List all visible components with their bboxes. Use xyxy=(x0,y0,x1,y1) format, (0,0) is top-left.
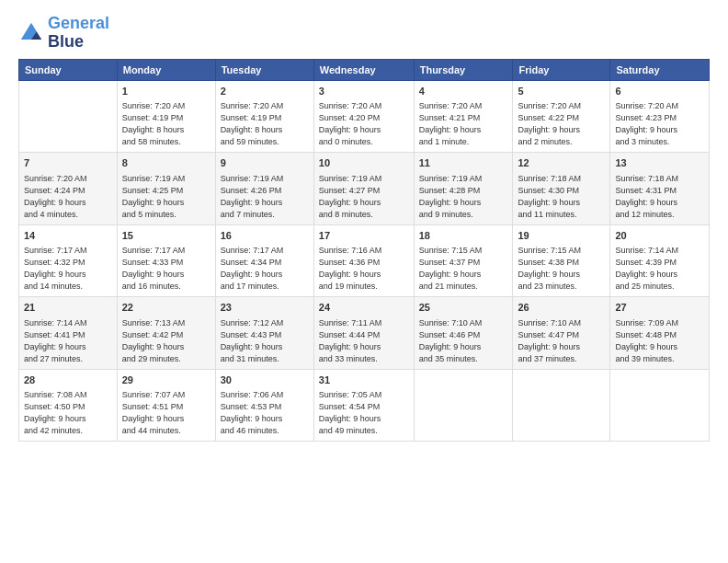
day-info: Sunrise: 7:20 AM Sunset: 4:19 PM Dayligh… xyxy=(122,100,210,148)
day-number: 5 xyxy=(518,85,605,98)
week-row-2: 14Sunrise: 7:17 AM Sunset: 4:32 PM Dayli… xyxy=(19,224,710,297)
day-number: 11 xyxy=(419,156,508,170)
header-friday: Friday xyxy=(513,59,610,80)
header: General Blue xyxy=(18,15,710,52)
day-number: 29 xyxy=(122,373,210,387)
day-info: Sunrise: 7:15 AM Sunset: 4:37 PM Dayligh… xyxy=(419,245,508,293)
day-info: Sunrise: 7:20 AM Sunset: 4:22 PM Dayligh… xyxy=(518,100,605,148)
day-number: 26 xyxy=(518,301,605,315)
day-number: 4 xyxy=(419,85,508,98)
day-info: Sunrise: 7:19 AM Sunset: 4:25 PM Dayligh… xyxy=(122,173,210,221)
calendar-cell: 23Sunrise: 7:12 AM Sunset: 4:43 PM Dayli… xyxy=(215,297,313,370)
calendar-cell xyxy=(414,369,513,442)
week-row-0: 1Sunrise: 7:20 AM Sunset: 4:19 PM Daylig… xyxy=(19,80,710,153)
calendar-cell: 16Sunrise: 7:17 AM Sunset: 4:34 PM Dayli… xyxy=(215,224,313,297)
calendar-cell: 8Sunrise: 7:19 AM Sunset: 4:25 PM Daylig… xyxy=(117,153,215,225)
day-info: Sunrise: 7:20 AM Sunset: 4:20 PM Dayligh… xyxy=(319,100,409,148)
day-number: 22 xyxy=(122,301,210,315)
day-number: 3 xyxy=(319,85,409,98)
calendar-cell: 28Sunrise: 7:08 AM Sunset: 4:50 PM Dayli… xyxy=(19,369,118,442)
day-info: Sunrise: 7:17 AM Sunset: 4:34 PM Dayligh… xyxy=(221,245,309,293)
logo-text: General Blue xyxy=(48,15,109,52)
day-number: 15 xyxy=(122,229,210,243)
day-info: Sunrise: 7:16 AM Sunset: 4:36 PM Dayligh… xyxy=(319,245,409,293)
day-number: 9 xyxy=(221,156,309,170)
calendar-cell: 19Sunrise: 7:15 AM Sunset: 4:38 PM Dayli… xyxy=(513,224,610,297)
day-number: 10 xyxy=(319,156,409,170)
calendar-cell xyxy=(610,369,710,442)
calendar-cell: 21Sunrise: 7:14 AM Sunset: 4:41 PM Dayli… xyxy=(19,297,118,370)
calendar-cell: 4Sunrise: 7:20 AM Sunset: 4:21 PM Daylig… xyxy=(414,80,513,153)
day-info: Sunrise: 7:05 AM Sunset: 4:54 PM Dayligh… xyxy=(319,389,409,437)
logo-icon xyxy=(18,20,44,46)
day-info: Sunrise: 7:11 AM Sunset: 4:44 PM Dayligh… xyxy=(319,317,409,365)
calendar-cell: 13Sunrise: 7:18 AM Sunset: 4:31 PM Dayli… xyxy=(610,153,710,225)
week-row-1: 7Sunrise: 7:20 AM Sunset: 4:24 PM Daylig… xyxy=(19,153,710,225)
calendar-cell: 25Sunrise: 7:10 AM Sunset: 4:46 PM Dayli… xyxy=(414,297,513,370)
calendar-cell: 2Sunrise: 7:20 AM Sunset: 4:19 PM Daylig… xyxy=(215,80,313,153)
header-sunday: Sunday xyxy=(19,59,118,80)
day-number: 30 xyxy=(221,373,309,387)
calendar-cell: 20Sunrise: 7:14 AM Sunset: 4:39 PM Dayli… xyxy=(610,224,710,297)
calendar-cell: 31Sunrise: 7:05 AM Sunset: 4:54 PM Dayli… xyxy=(313,369,414,442)
logo: General Blue xyxy=(18,15,109,52)
day-info: Sunrise: 7:17 AM Sunset: 4:33 PM Dayligh… xyxy=(122,245,210,293)
day-info: Sunrise: 7:10 AM Sunset: 4:46 PM Dayligh… xyxy=(419,317,508,365)
header-monday: Monday xyxy=(117,59,215,80)
day-number: 17 xyxy=(319,229,409,243)
day-info: Sunrise: 7:07 AM Sunset: 4:51 PM Dayligh… xyxy=(122,389,210,437)
calendar-cell: 5Sunrise: 7:20 AM Sunset: 4:22 PM Daylig… xyxy=(513,80,610,153)
day-number: 13 xyxy=(615,156,704,170)
header-wednesday: Wednesday xyxy=(313,59,414,80)
day-info: Sunrise: 7:14 AM Sunset: 4:41 PM Dayligh… xyxy=(24,317,112,365)
day-number: 18 xyxy=(419,229,508,243)
page: General Blue SundayMondayTuesdayWednesda… xyxy=(0,0,728,563)
calendar-cell: 22Sunrise: 7:13 AM Sunset: 4:42 PM Dayli… xyxy=(117,297,215,370)
day-number: 7 xyxy=(24,156,112,170)
calendar-cell: 30Sunrise: 7:06 AM Sunset: 4:53 PM Dayli… xyxy=(215,369,313,442)
calendar-cell: 18Sunrise: 7:15 AM Sunset: 4:37 PM Dayli… xyxy=(414,224,513,297)
day-number: 12 xyxy=(518,156,605,170)
calendar-cell: 26Sunrise: 7:10 AM Sunset: 4:47 PM Dayli… xyxy=(513,297,610,370)
calendar-cell: 12Sunrise: 7:18 AM Sunset: 4:30 PM Dayli… xyxy=(513,153,610,225)
calendar-table: SundayMondayTuesdayWednesdayThursdayFrid… xyxy=(18,59,710,442)
day-number: 24 xyxy=(319,301,409,315)
day-number: 8 xyxy=(122,156,210,170)
day-number: 21 xyxy=(24,301,112,315)
day-info: Sunrise: 7:09 AM Sunset: 4:48 PM Dayligh… xyxy=(615,317,704,365)
day-number: 20 xyxy=(615,229,704,243)
day-number: 27 xyxy=(615,301,704,315)
day-info: Sunrise: 7:20 AM Sunset: 4:24 PM Dayligh… xyxy=(24,173,112,221)
day-number: 16 xyxy=(221,229,309,243)
calendar-cell: 24Sunrise: 7:11 AM Sunset: 4:44 PM Dayli… xyxy=(313,297,414,370)
day-info: Sunrise: 7:17 AM Sunset: 4:32 PM Dayligh… xyxy=(24,245,112,293)
calendar-cell xyxy=(19,80,118,153)
calendar-cell: 1Sunrise: 7:20 AM Sunset: 4:19 PM Daylig… xyxy=(117,80,215,153)
day-number: 23 xyxy=(221,301,309,315)
calendar-cell: 17Sunrise: 7:16 AM Sunset: 4:36 PM Dayli… xyxy=(313,224,414,297)
day-info: Sunrise: 7:08 AM Sunset: 4:50 PM Dayligh… xyxy=(24,389,112,437)
calendar-cell xyxy=(513,369,610,442)
day-info: Sunrise: 7:13 AM Sunset: 4:42 PM Dayligh… xyxy=(122,317,210,365)
day-info: Sunrise: 7:19 AM Sunset: 4:26 PM Dayligh… xyxy=(221,173,309,221)
header-row: SundayMondayTuesdayWednesdayThursdayFrid… xyxy=(19,59,710,80)
day-info: Sunrise: 7:18 AM Sunset: 4:30 PM Dayligh… xyxy=(518,173,605,221)
header-tuesday: Tuesday xyxy=(215,59,313,80)
header-saturday: Saturday xyxy=(610,59,710,80)
day-number: 31 xyxy=(319,373,409,387)
day-number: 1 xyxy=(122,85,210,98)
day-info: Sunrise: 7:06 AM Sunset: 4:53 PM Dayligh… xyxy=(221,389,309,437)
calendar-cell: 15Sunrise: 7:17 AM Sunset: 4:33 PM Dayli… xyxy=(117,224,215,297)
day-info: Sunrise: 7:19 AM Sunset: 4:28 PM Dayligh… xyxy=(419,173,508,221)
calendar-cell: 14Sunrise: 7:17 AM Sunset: 4:32 PM Dayli… xyxy=(19,224,118,297)
day-info: Sunrise: 7:20 AM Sunset: 4:23 PM Dayligh… xyxy=(615,100,704,148)
day-number: 14 xyxy=(24,229,112,243)
day-info: Sunrise: 7:10 AM Sunset: 4:47 PM Dayligh… xyxy=(518,317,605,365)
header-thursday: Thursday xyxy=(414,59,513,80)
day-info: Sunrise: 7:20 AM Sunset: 4:19 PM Dayligh… xyxy=(221,100,309,148)
day-info: Sunrise: 7:19 AM Sunset: 4:27 PM Dayligh… xyxy=(319,173,409,221)
day-number: 28 xyxy=(24,373,112,387)
day-number: 19 xyxy=(518,229,605,243)
day-number: 6 xyxy=(615,85,704,98)
calendar-cell: 9Sunrise: 7:19 AM Sunset: 4:26 PM Daylig… xyxy=(215,153,313,225)
